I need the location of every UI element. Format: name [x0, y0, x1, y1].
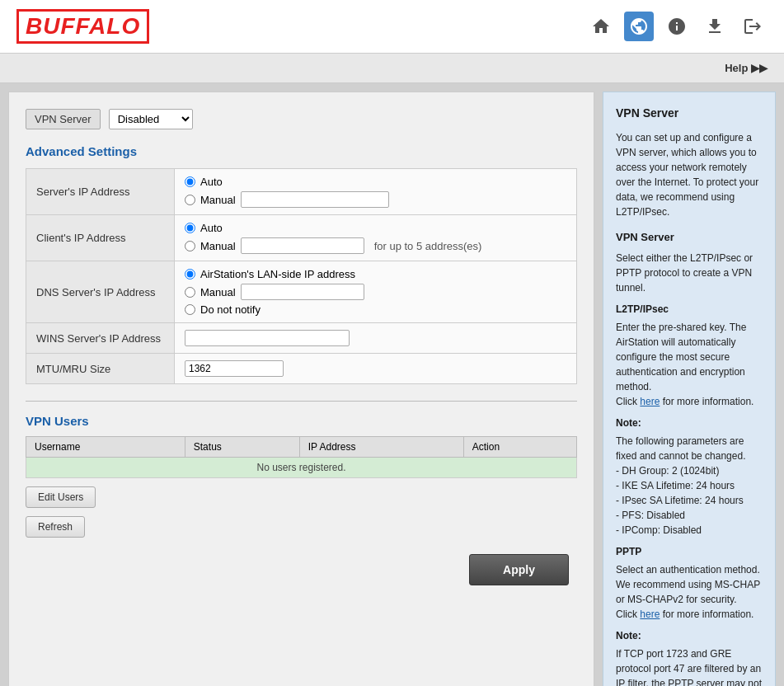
help-l2tp-click: Click here for more information. [616, 394, 763, 409]
col-username: Username [26, 437, 185, 458]
nav-icons [586, 12, 768, 41]
help-note1-text: The following parameters are fixed and c… [616, 434, 763, 538]
help-link[interactable]: Help ▶▶ [725, 62, 768, 74]
dns-manual-row: Manual [185, 284, 566, 300]
dns-manual-input[interactable] [241, 284, 364, 300]
server-ip-manual-radio[interactable] [185, 195, 195, 205]
table-row: MTU/MRU Size [26, 354, 577, 384]
globe-icon[interactable] [624, 12, 654, 41]
edit-users-row: Edit Users [26, 486, 577, 508]
client-ip-manual-input[interactable] [241, 237, 364, 254]
table-row: No users registered. [26, 458, 577, 478]
help-intro: You can set up and configure a VPN serve… [616, 130, 763, 219]
advanced-settings-title: Advanced Settings [26, 144, 577, 158]
main-area: VPN Server Disabled L2TP/IPsec PPTP Adva… [0, 83, 784, 686]
help-note2-text: If TCP port 1723 and GRE protocol port 4… [616, 646, 763, 687]
table-row: DNS Server's IP Address AirStation's LAN… [26, 261, 577, 323]
col-action: Action [463, 437, 576, 458]
help-pptp-link[interactable]: here [640, 608, 660, 620]
table-row: Client's IP Address Auto Manual for up t… [26, 215, 577, 261]
wins-ip-value [175, 323, 577, 354]
help-bar: Help ▶▶ [0, 54, 784, 83]
server-ip-auto-label: Auto [200, 176, 223, 188]
table-row: WINS Server's IP Address [26, 323, 577, 354]
client-ip-manual-radio[interactable] [185, 241, 195, 251]
server-ip-value: Auto Manual [175, 169, 577, 215]
dns-donotnotify-radio[interactable] [185, 304, 195, 315]
dns-airstation-row: AirStation's LAN-side IP address [185, 268, 566, 280]
help-vpn-server-title: VPN Server [616, 229, 763, 246]
help-pptp-text: Select an authentication method. We reco… [616, 562, 763, 607]
client-ip-value: Auto Manual for up to 5 address(es) [175, 215, 577, 261]
settings-table: Server's IP Address Auto Manual [26, 168, 577, 384]
refresh-row: Refresh [26, 516, 577, 538]
client-ip-manual-label: Manual [200, 240, 236, 252]
client-ip-note: for up to 5 address(es) [374, 240, 482, 252]
mtu-input[interactable] [185, 360, 284, 377]
vpn-server-label: VPN Server [26, 109, 101, 129]
header: BUFFALO [0, 0, 784, 54]
help-l2tp-title: L2TP/IPsec [616, 302, 763, 317]
content-panel: VPN Server Disabled L2TP/IPsec PPTP Adva… [8, 92, 594, 686]
dns-manual-label: Manual [200, 286, 236, 298]
help-pptp-title: PPTP [616, 544, 763, 559]
server-ip-manual-input[interactable] [241, 191, 389, 208]
server-ip-manual-label: Manual [200, 194, 236, 206]
help-vpn-server-text: Select either the L2TP/IPsec or PPTP pro… [616, 251, 763, 295]
help-panel: VPN Server You can set up and configure … [603, 92, 776, 686]
dns-donotnotify-row: Do not notify [185, 303, 566, 316]
dns-manual-radio[interactable] [185, 287, 195, 298]
client-ip-auto-radio[interactable] [185, 223, 195, 233]
users-table-header: Username Status IP Address Action [26, 437, 577, 458]
download-icon[interactable] [700, 12, 730, 41]
wins-ip-label: WINS Server's IP Address [26, 323, 175, 354]
client-ip-label: Client's IP Address [26, 215, 175, 261]
help-note1-title: Note: [616, 416, 763, 430]
apply-row: Apply [26, 554, 577, 585]
client-ip-manual-row: Manual for up to 5 address(es) [185, 237, 566, 254]
vpn-server-dropdown[interactable]: Disabled L2TP/IPsec PPTP [109, 109, 193, 129]
client-ip-auto-label: Auto [200, 222, 223, 234]
server-ip-manual-row: Manual [185, 191, 566, 208]
dns-ip-value: AirStation's LAN-side IP address Manual … [175, 261, 577, 323]
dns-airstation-radio[interactable] [185, 269, 195, 280]
help-pptp-click: Click here for more information. [616, 607, 763, 622]
vpn-server-row: VPN Server Disabled L2TP/IPsec PPTP [26, 109, 577, 129]
client-ip-radio-group: Auto Manual for up to 5 address(es) [185, 222, 566, 254]
col-ip-address: IP Address [299, 437, 463, 458]
logout-icon[interactable] [738, 12, 768, 41]
help-panel-title: VPN Server [616, 105, 763, 122]
server-ip-auto-row: Auto [185, 176, 566, 188]
table-row: Server's IP Address Auto Manual [26, 169, 577, 215]
dns-donotnotify-label: Do not notify [200, 303, 261, 316]
mtu-label: MTU/MRU Size [26, 354, 175, 384]
dns-ip-label: DNS Server's IP Address [26, 261, 175, 323]
separator1 [26, 401, 577, 402]
col-status: Status [185, 437, 299, 458]
server-ip-label: Server's IP Address [26, 169, 175, 215]
info-icon[interactable] [662, 12, 692, 41]
logo-area: BUFFALO [16, 9, 149, 44]
apply-button[interactable]: Apply [469, 554, 569, 585]
server-ip-auto-radio[interactable] [185, 176, 195, 187]
no-users-cell: No users registered. [26, 458, 577, 478]
mtu-value [175, 354, 577, 384]
logo: BUFFALO [16, 9, 149, 44]
server-ip-radio-group: Auto Manual [185, 176, 566, 208]
home-icon[interactable] [586, 12, 616, 41]
wins-ip-input[interactable] [185, 330, 350, 346]
vpn-users-title: VPN Users [26, 414, 577, 428]
help-l2tp-link[interactable]: here [640, 396, 660, 407]
client-ip-auto-row: Auto [185, 222, 566, 234]
refresh-button[interactable]: Refresh [26, 516, 85, 538]
help-l2tp-text: Enter the pre-shared key. The AirStation… [616, 320, 763, 394]
users-table: Username Status IP Address Action No use… [26, 436, 577, 478]
edit-users-button[interactable]: Edit Users [26, 486, 96, 508]
dns-airstation-label: AirStation's LAN-side IP address [200, 268, 355, 280]
help-note2-title: Note: [616, 628, 763, 643]
dns-ip-radio-group: AirStation's LAN-side IP address Manual … [185, 268, 566, 316]
